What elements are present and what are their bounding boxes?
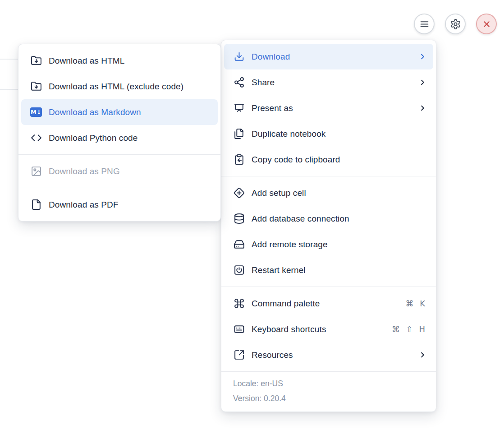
menu-separator: [18, 154, 220, 155]
menu-item-label: Download as HTML (exclude code): [49, 82, 183, 92]
menu-item-command-palette[interactable]: Command palette ⌘ K: [221, 291, 436, 316]
menu-item-label: Download as Markdown: [49, 107, 141, 117]
shortcut-hint: ⌘ K: [405, 299, 427, 308]
file-icon: [30, 199, 42, 210]
menu-item-label: Download as PDF: [49, 200, 119, 210]
hamburger-menu-button[interactable]: [414, 14, 435, 34]
menu-item-label: Add database connection: [252, 214, 349, 224]
database-icon: [233, 213, 245, 224]
menu-item-label: Download as HTML: [49, 56, 124, 66]
version-text: Version: 0.20.4: [233, 391, 424, 406]
code-icon: [30, 132, 42, 143]
menu-item-label: Download as PNG: [49, 166, 120, 176]
menu-item-label: Present as: [252, 103, 293, 113]
menu-item-download-as-markdown[interactable]: M↓ Download as Markdown: [21, 99, 218, 125]
chevron-right-icon: [418, 351, 427, 359]
menu-item-download-as-html-exclude-code[interactable]: Download as HTML (exclude code): [18, 74, 220, 99]
page: Download Share Present as: [0, 0, 504, 444]
download-submenu: Download as HTML Download as HTML (exclu…: [18, 44, 221, 222]
menu-item-label: Add remote storage: [252, 240, 328, 250]
diamond-plus-icon: [233, 187, 245, 199]
menu-item-label: Download Python code: [49, 133, 137, 143]
duplicate-files-icon: [233, 128, 245, 139]
menu-item-label: Restart kernel: [252, 265, 306, 275]
menu-item-present-as[interactable]: Present as: [221, 95, 436, 121]
presentation-icon: [233, 102, 245, 114]
clipboard-copy-icon: [233, 154, 245, 165]
share-icon: [233, 77, 245, 88]
external-link-icon: [233, 349, 245, 361]
menu-item-label: Share: [252, 78, 275, 88]
settings-button[interactable]: [445, 14, 466, 34]
menu-item-keyboard-shortcuts[interactable]: Keyboard shortcuts ⌘ ⇧ H: [221, 316, 436, 342]
menu-item-download-python-code[interactable]: Download Python code: [18, 125, 220, 151]
menu-separator: [18, 188, 220, 188]
menu-item-add-setup-cell[interactable]: Add setup cell: [221, 180, 436, 206]
menu-item-add-database-connection[interactable]: Add database connection: [221, 206, 436, 231]
menu-item-label: Download: [252, 52, 290, 62]
chevron-right-icon: [418, 52, 427, 61]
menu-item-download-as-png: Download as PNG: [18, 158, 220, 184]
power-icon: [233, 264, 245, 276]
close-button[interactable]: [476, 14, 497, 34]
window-controls: [414, 14, 497, 34]
hamburger-icon: [419, 18, 430, 30]
image-icon: [30, 166, 42, 177]
menu-item-label: Copy code to clipboard: [252, 155, 340, 165]
menu-separator: [221, 176, 436, 176]
chevron-right-icon: [418, 104, 427, 112]
hard-drive-icon: [233, 239, 245, 250]
menu-item-download-as-html[interactable]: Download as HTML: [18, 48, 220, 74]
close-icon: [481, 18, 492, 30]
menu-item-label: Duplicate notebook: [252, 129, 325, 139]
menu-item-download-as-pdf[interactable]: Download as PDF: [18, 192, 220, 217]
menu-item-restart-kernel[interactable]: Restart kernel: [221, 257, 436, 283]
background-divider: [0, 89, 20, 90]
folder-download-icon: [30, 81, 42, 92]
gear-icon: [450, 18, 461, 30]
menu-item-label: Add setup cell: [252, 188, 306, 198]
download-icon: [233, 51, 245, 62]
markdown-download-icon: M↓: [30, 107, 42, 117]
markdown-badge: M↓: [30, 107, 42, 117]
menu-item-duplicate-notebook[interactable]: Duplicate notebook: [221, 121, 436, 147]
notebook-actions-menu: Download Share Present as: [221, 40, 436, 412]
menu-item-label: Command palette: [252, 299, 320, 309]
menu-item-resources[interactable]: Resources: [221, 342, 436, 368]
locale-text: Locale: en-US: [233, 376, 424, 391]
menu-separator: [221, 371, 436, 372]
menu-item-copy-code[interactable]: Copy code to clipboard: [221, 147, 436, 172]
command-icon: [233, 298, 245, 309]
shortcut-hint: ⌘ ⇧ H: [392, 324, 427, 334]
menu-item-download[interactable]: Download: [224, 44, 433, 69]
menu-item-label: Resources: [252, 350, 293, 360]
background-divider: [0, 59, 20, 60]
chevron-right-icon: [418, 78, 427, 87]
menu-separator: [221, 287, 436, 287]
keyboard-icon: [233, 324, 245, 335]
menu-item-add-remote-storage[interactable]: Add remote storage: [221, 231, 436, 257]
folder-download-icon: [30, 55, 42, 66]
menu-item-share[interactable]: Share: [221, 69, 436, 95]
menu-footer: Locale: en-US Version: 0.20.4: [221, 375, 436, 408]
menu-item-label: Keyboard shortcuts: [252, 324, 326, 334]
